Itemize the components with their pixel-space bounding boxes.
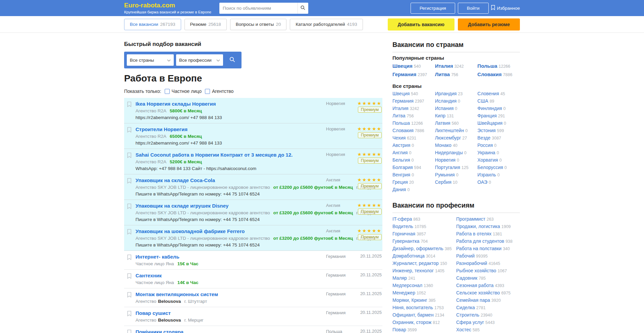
sidebar-link[interactable]: Сербия <box>435 179 451 185</box>
favorites-link[interactable]: Избранное <box>491 5 520 11</box>
sidebar-link[interactable]: Кипр <box>435 113 445 118</box>
sidebar-link[interactable]: Словакия <box>392 128 414 133</box>
sidebar-link[interactable]: Чехия <box>392 135 406 141</box>
sidebar-link[interactable]: Румыния <box>435 172 455 177</box>
sidebar-link[interactable]: Австрия <box>392 143 410 148</box>
sidebar-link[interactable]: США <box>477 98 488 104</box>
sidebar-link[interactable]: Швеция <box>392 63 413 69</box>
job-title-link[interactable]: Монтаж вентиляционных систем <box>136 291 218 298</box>
private-person-filter[interactable]: Частное лицо <box>165 89 202 94</box>
sidebar-link[interactable]: Строитель <box>456 312 479 318</box>
sidebar-link[interactable]: Литва <box>435 71 450 77</box>
job-title-link[interactable]: Строители Норвегия <box>136 126 187 133</box>
job-title-link[interactable]: Ikea Норвегия склады Норвегия <box>136 100 216 107</box>
sidebar-link[interactable]: Менеджер <box>392 290 415 295</box>
sidebar-link[interactable]: Работа для студентов <box>456 238 504 244</box>
bookmark-icon[interactable] <box>127 152 132 160</box>
sidebar-link[interactable]: Франция <box>477 113 496 118</box>
sidebar-link[interactable]: ОАЭ <box>477 179 487 185</box>
sidebar-link[interactable]: Инженер, технолог <box>392 268 434 273</box>
bookmark-icon[interactable] <box>127 311 132 318</box>
sidebar-link[interactable]: Норвегия <box>435 157 455 163</box>
sidebar-link[interactable]: Швеция <box>392 91 410 96</box>
sidebar-link[interactable]: Греция <box>392 179 408 185</box>
sidebar-link[interactable]: Медперсонал <box>392 283 422 288</box>
bookmark-icon[interactable] <box>127 178 132 185</box>
sidebar-link[interactable]: Водитель <box>392 224 413 229</box>
nav-tab[interactable]: Вопросы и ответы20 <box>230 19 287 30</box>
sidebar-link[interactable]: Горничная <box>392 231 415 236</box>
filter-search-button[interactable] <box>225 54 239 66</box>
sidebar-link[interactable]: Работа в отелях <box>456 231 491 236</box>
search-button[interactable] <box>298 3 308 14</box>
sidebar-link[interactable]: Польша <box>392 120 410 126</box>
sidebar-link[interactable]: Болгария <box>392 165 413 170</box>
job-title-link[interactable]: Повар сушист <box>136 310 171 317</box>
sidebar-link[interactable]: Эстония <box>477 128 495 133</box>
sidebar-link[interactable]: Дания <box>392 187 406 192</box>
sidebar-link[interactable]: Лихтенштейн <box>435 128 464 133</box>
sidebar-link[interactable]: Моряки, Крюинг <box>392 297 427 303</box>
nav-tab[interactable]: Все вакансии267193 <box>124 19 181 30</box>
sidebar-link[interactable]: Словакия <box>477 71 501 77</box>
bookmark-icon[interactable] <box>127 127 132 134</box>
sidebar-link[interactable]: Португалия <box>435 165 460 170</box>
job-title-link[interactable]: Упаковщик на шоколадной фабрике Ferrero <box>136 228 245 235</box>
sidebar-link[interactable]: Англия <box>392 150 408 155</box>
sidebar-link[interactable]: Испания <box>435 106 454 111</box>
site-logo[interactable]: Euro-rabota.com Крупнейшая биржа ваканси… <box>124 2 211 14</box>
sidebar-link[interactable]: Хостес <box>456 327 471 332</box>
job-title-link[interactable]: Сантехник <box>136 272 162 279</box>
sidebar-link[interactable]: Домработница <box>392 253 425 259</box>
sidebar-link[interactable]: Сиделка <box>456 305 475 310</box>
search-input[interactable] <box>219 3 298 14</box>
register-button[interactable]: Регистрация <box>411 3 455 14</box>
sidebar-link[interactable]: Сельское хозяйство <box>456 290 500 295</box>
job-title-link[interactable]: Интернет- кабель <box>136 253 179 260</box>
nav-tab[interactable]: Резюме25618 <box>184 19 227 30</box>
country-select[interactable]: Все страны <box>127 54 174 66</box>
sidebar-link[interactable]: Продажи, логистика <box>456 224 500 229</box>
sidebar-link[interactable]: Бельгия <box>392 157 410 163</box>
job-title-link[interactable]: Упаковщик на складе Coca-Cola <box>136 177 215 184</box>
sidebar-link[interactable]: Охранник, сторож <box>392 320 431 325</box>
sidebar-link[interactable]: Белоруссия <box>477 165 503 170</box>
sidebar-link[interactable]: Няня, воспитатель <box>392 305 433 310</box>
sidebar-link[interactable]: IT-сфера <box>392 216 412 222</box>
profession-select[interactable]: Все профессии <box>176 54 223 66</box>
sidebar-link[interactable]: Журналист, редактор <box>392 261 439 266</box>
sidebar-link[interactable]: Работа на полставки <box>456 246 501 251</box>
sidebar-link[interactable]: Нидерланды <box>435 150 463 155</box>
sidebar-link[interactable]: Монако <box>435 143 451 148</box>
bookmark-icon[interactable] <box>127 254 132 262</box>
sidebar-link[interactable]: Разнорабочий <box>456 261 487 266</box>
job-title-link[interactable]: Sahai Coconut работа в Норвегии Контракт… <box>136 151 292 158</box>
bookmark-icon[interactable] <box>127 292 132 299</box>
sidebar-link[interactable]: Украина <box>477 150 495 155</box>
sidebar-link[interactable]: Италия <box>392 106 409 111</box>
login-button[interactable]: Войти <box>458 3 489 14</box>
bookmark-icon[interactable] <box>127 273 132 280</box>
agency-filter[interactable]: Агентство <box>205 89 233 94</box>
sidebar-link[interactable]: Рыбное хозяйство <box>456 268 496 273</box>
sidebar-link[interactable]: Россия <box>477 143 493 148</box>
add-resume-button[interactable]: Добавить резюме <box>458 18 520 31</box>
job-title-link[interactable]: Упаковщик на складе игрушек Disney <box>136 202 228 209</box>
sidebar-link[interactable]: Маляр <box>392 275 407 281</box>
sidebar-link[interactable]: Рабочий <box>456 253 475 259</box>
sidebar-link[interactable]: Польша <box>477 63 497 69</box>
sidebar-link[interactable]: Сфера услуг <box>456 320 484 325</box>
agency-checkbox[interactable] <box>205 89 210 94</box>
sidebar-link[interactable]: Официант, бармен <box>392 312 434 318</box>
sidebar-link[interactable]: Хорватия <box>477 157 498 163</box>
sidebar-link[interactable]: Люксембург <box>435 135 461 141</box>
sidebar-link[interactable]: Программист <box>456 216 485 222</box>
job-title-link[interactable]: Помічники столяра <box>136 328 183 333</box>
sidebar-link[interactable]: Словения <box>477 91 499 96</box>
sidebar-link[interactable]: Сезонная работа <box>456 283 493 288</box>
sidebar-link[interactable]: Ирландия <box>435 91 457 96</box>
sidebar-link[interactable]: Латвия <box>435 120 450 126</box>
sidebar-link[interactable]: Семейная пара <box>456 297 490 303</box>
sidebar-link[interactable]: Садовник <box>456 275 477 281</box>
sidebar-link[interactable]: Везде <box>477 135 490 141</box>
